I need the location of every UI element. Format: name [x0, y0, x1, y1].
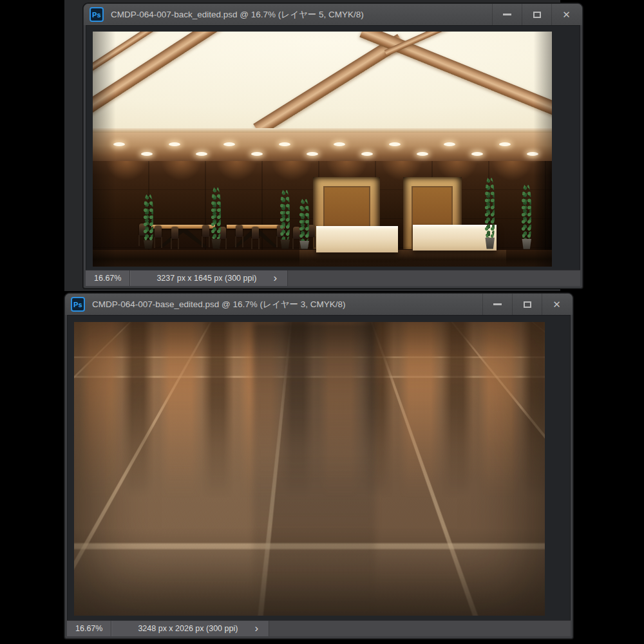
floor-reflection	[299, 250, 506, 267]
maximize-button[interactable]	[522, 4, 551, 25]
window-title-back: CMDP-064-007-back_edited.psd @ 16.7% (レイ…	[111, 9, 492, 21]
chair-silhouette	[234, 225, 244, 247]
downlight	[307, 152, 318, 156]
plant-pot	[521, 239, 533, 249]
canvas-area-back	[86, 25, 580, 270]
plant-foliage	[299, 198, 309, 241]
potted-plant	[483, 177, 497, 249]
ceiling-beam	[360, 32, 552, 118]
close-icon: ✕	[562, 10, 571, 19]
photoshop-file-icon: Ps	[71, 297, 85, 312]
minimize-button[interactable]	[482, 294, 512, 315]
downlight-band	[93, 133, 552, 161]
ceiling-cornice	[93, 128, 552, 133]
downlight	[361, 152, 373, 156]
plant-pot	[299, 241, 310, 249]
zoom-level-field[interactable]: 16.67%	[67, 621, 111, 636]
downlight	[113, 142, 125, 146]
plant-foliage	[211, 187, 221, 239]
photoshop-file-icon: Ps	[90, 7, 104, 22]
plant-foliage	[522, 184, 531, 238]
window-base: Ps CMDP-064-007-base_edited.psd @ 16.7% …	[64, 293, 573, 639]
plant-pot	[142, 240, 154, 249]
downlight	[334, 142, 345, 146]
close-button[interactable]: ✕	[542, 294, 571, 315]
document-canvas-back[interactable]	[93, 32, 552, 267]
titlebar-back[interactable]: Ps CMDP-064-007-back_edited.psd @ 16.7% …	[84, 4, 582, 25]
downlight	[527, 152, 538, 156]
window-controls-base: ✕	[482, 294, 571, 315]
potted-plant	[142, 194, 155, 249]
chair-silhouette	[251, 227, 260, 249]
minimize-button[interactable]	[492, 4, 522, 25]
desktop: Ps CMDP-064-007-back_edited.psd @ 16.7% …	[0, 0, 644, 644]
potted-plant	[209, 187, 223, 249]
canvas-area-base	[67, 315, 571, 621]
maximize-icon	[533, 12, 541, 18]
downlight	[251, 152, 263, 156]
maximize-icon	[524, 301, 531, 308]
titlebar-base[interactable]: Ps CMDP-064-007-base_edited.psd @ 16.7% …	[65, 294, 573, 315]
window-controls-back: ✕	[492, 4, 581, 25]
close-button[interactable]: ✕	[551, 4, 581, 25]
document-info: 3248 px x 2026 px (300 ppi) ›	[111, 621, 269, 636]
downlight	[389, 142, 401, 146]
document-dimensions: 3237 px x 1645 px (300 ppi)	[156, 274, 256, 283]
plant-foliage	[485, 177, 495, 238]
minimize-icon	[503, 14, 511, 15]
window-title-base: CMDP-064-007-base_edited.psd @ 16.7% (レイ…	[92, 299, 482, 310]
document-canvas-base[interactable]	[74, 322, 545, 616]
statusbar-base: 16.67% 3248 px x 2026 px (300 ppi) ›	[67, 620, 571, 636]
downlight	[223, 142, 235, 146]
ceiling-beam	[253, 34, 404, 128]
downlight	[417, 152, 428, 156]
plant-pot	[484, 238, 496, 249]
reception-desk	[316, 226, 399, 252]
luminous-ceiling	[93, 32, 552, 128]
chair-silhouette	[170, 227, 180, 249]
potted-plant	[278, 189, 292, 249]
downlight	[499, 142, 511, 146]
wall-corner-shadow	[533, 161, 552, 251]
downlight	[169, 142, 180, 146]
downlight	[444, 142, 455, 146]
minimize-icon	[493, 303, 502, 305]
zoom-level-field[interactable]: 16.67%	[86, 270, 130, 286]
downlight	[196, 152, 207, 156]
plant-pot	[279, 240, 291, 249]
maximize-button[interactable]	[512, 294, 542, 315]
close-icon: ✕	[553, 299, 561, 309]
status-chevron-button[interactable]: ›	[273, 272, 277, 283]
floor-vignette	[74, 322, 545, 616]
plant-pot	[211, 239, 222, 249]
downlight	[279, 142, 290, 146]
downlight	[471, 152, 483, 156]
ceiling-beam	[93, 32, 249, 128]
document-info: 3237 px x 1645 px (300 ppi) ›	[130, 270, 288, 286]
statusbar-back: 16.67% 3237 px x 1645 px (300 ppi) ›	[86, 270, 580, 286]
potted-plant	[520, 184, 533, 249]
plant-foliage	[280, 189, 290, 240]
window-back: Ps CMDP-064-007-back_edited.psd @ 16.7% …	[83, 3, 583, 289]
downlight	[141, 152, 153, 156]
potted-plant	[298, 198, 311, 249]
status-chevron-button[interactable]: ›	[254, 623, 258, 634]
plant-foliage	[144, 194, 153, 240]
document-dimensions: 3248 px x 2026 px (300 ppi)	[138, 624, 238, 633]
